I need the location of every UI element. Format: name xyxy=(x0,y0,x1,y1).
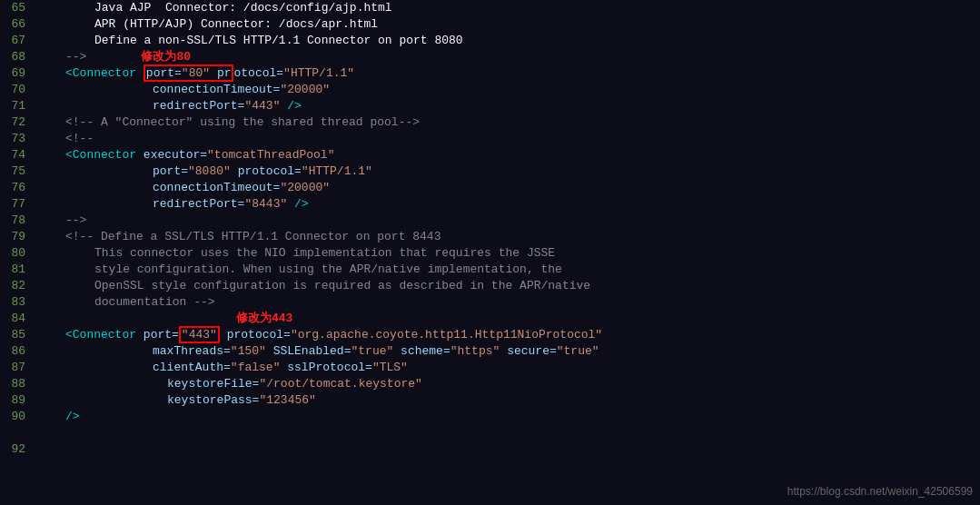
line-content-85: <Connector port="443" protocol="org.apac… xyxy=(36,327,976,343)
code-line-90: 90 /> xyxy=(0,409,980,425)
line-content-72: <!-- A "Connector" using the shared thre… xyxy=(36,114,976,131)
line-num-81: 81 xyxy=(4,262,36,278)
line-content-81: style configuration. When using the APR/… xyxy=(36,262,976,278)
line-content-80: This connector uses the NIO implementati… xyxy=(36,245,976,262)
line-content-74: <Connector executor="tomcatThreadPool" xyxy=(36,147,976,163)
line-num-89: 89 xyxy=(4,392,36,409)
line-num-79: 79 xyxy=(4,229,36,245)
code-line-71: 71 redirectPort="443" /> xyxy=(0,98,980,114)
line-num-69: 69 xyxy=(4,65,36,82)
line-content-66: APR (HTTP/AJP) Connector: /docs/apr.html xyxy=(36,16,976,33)
line-content-75: port="8080" protocol="HTTP/1.1" xyxy=(36,163,976,180)
line-num-71: 71 xyxy=(4,98,36,114)
code-line-67: 67 Define a non-SSL/TLS HTTP/1.1 Connect… xyxy=(0,33,980,49)
line-content-83: documentation --> xyxy=(36,294,976,311)
line-num-88: 88 xyxy=(4,376,36,392)
line-num-87: 87 xyxy=(4,360,36,376)
code-line-84: 84 修改为443 xyxy=(0,311,980,327)
line-num-65: 65 xyxy=(4,0,36,16)
line-content-82: OpenSSL style configuration is required … xyxy=(36,278,976,294)
code-line-69: 69 <Connector port="80" protocol="HTTP/1… xyxy=(0,65,980,82)
line-content-88: keystoreFile="/root/tomcat.keystore" xyxy=(36,376,976,392)
code-line-74: 74 <Connector executor="tomcatThreadPool… xyxy=(0,147,980,163)
line-content-86: maxThreads="150" SSLEnabled="true" schem… xyxy=(36,343,976,360)
code-line-75: 75 port="8080" protocol="HTTP/1.1" xyxy=(0,163,980,180)
line-content-70: connectionTimeout="20000" xyxy=(36,82,976,98)
code-line-78: 78 --> xyxy=(0,213,980,229)
code-line-81: 81 style configuration. When using the A… xyxy=(0,262,980,278)
code-line-86: 86 maxThreads="150" SSLEnabled="true" sc… xyxy=(0,343,980,360)
line-num-84: 84 xyxy=(4,311,36,327)
code-line-72: 72 <!-- A "Connector" using the shared t… xyxy=(0,114,980,131)
code-line-77: 77 redirectPort="8443" /> xyxy=(0,196,980,213)
line-num-85: 85 xyxy=(4,327,36,343)
line-content-87: clientAuth="false" sslProtocol="TLS" xyxy=(36,360,976,376)
line-num-77: 77 xyxy=(4,196,36,213)
line-num-74: 74 xyxy=(4,147,36,163)
line-content-79: <!-- Define a SSL/TLS HTTP/1.1 Connector… xyxy=(36,229,976,245)
annotation-2: 修改为443 xyxy=(236,312,292,325)
line-content-68: -->修改为80 xyxy=(36,49,976,65)
line-content-67: Define a non-SSL/TLS HTTP/1.1 Connector … xyxy=(36,33,976,49)
line-content-73: <!-- xyxy=(36,131,976,147)
line-content-71: redirectPort="443" /> xyxy=(36,98,976,114)
code-line-70: 70 connectionTimeout="20000" xyxy=(0,82,980,98)
line-content-69: <Connector port="80" protocol="HTTP/1.1" xyxy=(36,65,976,82)
line-num-72: 72 xyxy=(4,114,36,131)
line-num-92: 92 xyxy=(4,441,36,458)
code-line-76: 76 connectionTimeout="20000" xyxy=(0,180,980,196)
code-editor: 65 Java AJP Connector: /docs/config/ajp.… xyxy=(0,0,980,505)
code-line-85: 85 <Connector port="443" protocol="org.a… xyxy=(0,327,980,343)
line-num-76: 76 xyxy=(4,180,36,196)
line-num-66: 66 xyxy=(4,16,36,33)
line-content-89: keystorePass="123456" xyxy=(36,392,976,409)
code-line-92: 92 xyxy=(0,441,980,458)
line-num-78: 78 xyxy=(4,213,36,229)
line-content-65: Java AJP Connector: /docs/config/ajp.htm… xyxy=(36,0,976,16)
line-num-90: 90 xyxy=(4,409,36,425)
line-content-90: /> xyxy=(36,409,976,425)
code-line-87: 87 clientAuth="false" sslProtocol="TLS" xyxy=(0,360,980,376)
watermark: https://blog.csdn.net/weixin_42506599 xyxy=(787,485,973,498)
line-num-70: 70 xyxy=(4,82,36,98)
line-content-77: redirectPort="8443" /> xyxy=(36,196,976,213)
line-num-73: 73 xyxy=(4,131,36,147)
code-line-80: 80 This connector uses the NIO implement… xyxy=(0,245,980,262)
code-line-65: 65 Java AJP Connector: /docs/config/ajp.… xyxy=(0,0,980,16)
code-line-89: 89 keystorePass="123456" xyxy=(0,392,980,409)
code-line-68: 68 -->修改为80 xyxy=(0,49,980,65)
code-line-73: 73 <!-- xyxy=(0,131,980,147)
line-num-80: 80 xyxy=(4,245,36,262)
line-num-75: 75 xyxy=(4,163,36,180)
line-content-78: --> xyxy=(36,213,976,229)
line-num-68: 68 xyxy=(4,49,36,65)
line-num-82: 82 xyxy=(4,278,36,294)
line-num-83: 83 xyxy=(4,294,36,311)
code-line-66: 66 APR (HTTP/AJP) Connector: /docs/apr.h… xyxy=(0,16,980,33)
annotation-1: 修改为80 xyxy=(141,50,191,64)
line-num-67: 67 xyxy=(4,33,36,49)
code-line-91 xyxy=(0,425,980,441)
code-line-79: 79 <!-- Define a SSL/TLS HTTP/1.1 Connec… xyxy=(0,229,980,245)
code-line-82: 82 OpenSSL style configuration is requir… xyxy=(0,278,980,294)
code-line-88: 88 keystoreFile="/root/tomcat.keystore" xyxy=(0,376,980,392)
code-line-83: 83 documentation --> xyxy=(0,294,980,311)
line-content-84: 修改为443 xyxy=(36,311,976,327)
line-num-86: 86 xyxy=(4,343,36,360)
line-content-76: connectionTimeout="20000" xyxy=(36,180,976,196)
